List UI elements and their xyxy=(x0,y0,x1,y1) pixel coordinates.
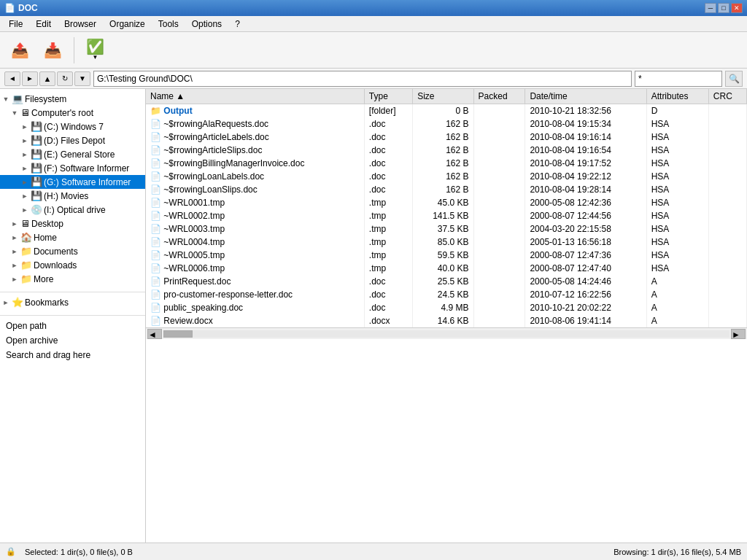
tree-documents[interactable]: ► 📁 Documents xyxy=(0,244,145,258)
table-row[interactable]: 📄 ~$rrowingAlaRequests.doc .doc 162 B 20… xyxy=(146,117,747,131)
expand-drive-d[interactable]: ► xyxy=(20,137,29,144)
file-crc-cell xyxy=(708,144,746,157)
table-row[interactable]: 📄 ~WRL0005.tmp .tmp 59.5 KB 2000-08-07 1… xyxy=(146,249,747,262)
tree-bookmarks[interactable]: ► ⭐ Bookmarks xyxy=(0,295,145,309)
filter-input[interactable] xyxy=(635,71,722,87)
tree-drive-d[interactable]: ► 💾 (D:) Files Depot xyxy=(0,133,145,147)
test-button[interactable]: ✅ ▼ xyxy=(81,36,109,64)
menu-tools[interactable]: Tools xyxy=(152,18,185,31)
table-row[interactable]: 📄 ~$rrowingLoanLabels.doc .doc 162 B 201… xyxy=(146,170,747,183)
file-crc-cell xyxy=(708,131,746,144)
open-archive-link[interactable]: Open archive xyxy=(0,333,145,348)
file-attributes-cell: A xyxy=(646,275,708,288)
table-row[interactable]: 📄 ~WRL0002.tmp .tmp 141.5 KB 2000-08-07 … xyxy=(146,209,747,222)
status-browsing: Browsing: 1 dir(s), 16 file(s), 5.4 MB xyxy=(614,548,741,556)
search-drag-link[interactable]: Search and drag here xyxy=(0,348,145,362)
expand-documents[interactable]: ► xyxy=(10,248,19,255)
file-datetime-cell: 2010-08-04 19:28:14 xyxy=(525,183,646,196)
drive-c-label: (C:) Windows 7 xyxy=(44,122,104,132)
file-packed-cell xyxy=(473,275,525,288)
tree-drive-e[interactable]: ► 💾 (E:) General Store xyxy=(0,147,145,161)
address-input[interactable] xyxy=(93,71,632,87)
file-type-cell: .tmp xyxy=(364,249,412,262)
search-button[interactable]: 🔍 xyxy=(725,71,743,87)
tree-more[interactable]: ► 📁 More xyxy=(0,272,145,286)
file-datetime-cell: 2000-05-08 12:42:36 xyxy=(525,196,646,209)
menu-browser[interactable]: Browser xyxy=(58,18,102,31)
menu-edit[interactable]: Edit xyxy=(30,18,57,31)
table-row[interactable]: 📄 pro-customer-response-letter.doc .doc … xyxy=(146,288,747,301)
col-name[interactable]: Name ▲ xyxy=(146,89,364,104)
minimize-button[interactable]: ─ xyxy=(705,3,716,13)
nav-back-button[interactable]: ◄ xyxy=(4,71,20,86)
file-packed-cell xyxy=(473,288,525,301)
table-row[interactable]: 📄 ~WRL0004.tmp .tmp 85.0 KB 2005-01-13 1… xyxy=(146,236,747,249)
table-row[interactable]: 📄 ~$rrowingArticleLabels.doc .doc 162 B … xyxy=(146,131,747,144)
table-row[interactable]: 📄 ~$rrowingArticleSlips.doc .doc 162 B 2… xyxy=(146,144,747,157)
computers-root-label: Computer's root xyxy=(31,108,93,118)
expand-downloads[interactable]: ► xyxy=(10,262,19,269)
file-name-cell: 📄 ~WRL0002.tmp xyxy=(146,209,364,222)
nav-forward-button[interactable]: ► xyxy=(22,71,38,86)
tree-drive-g[interactable]: ► 💾 (G:) Software Informer xyxy=(0,175,145,189)
tree-drive-i[interactable]: ► 💿 (I:) Optical drive xyxy=(0,203,145,217)
tree-downloads[interactable]: ► 📁 Downloads xyxy=(0,258,145,272)
tree-computers-root[interactable]: ▼ 🖥 Computer's root xyxy=(0,106,145,120)
col-attributes[interactable]: Attributes xyxy=(646,89,708,104)
file-list[interactable]: Name ▲ Type Size Packed Date/time Attrib… xyxy=(146,89,747,542)
sidebar: ▼ 💻 Filesystem ▼ 🖥 Computer's root ► 💾 (… xyxy=(0,89,146,542)
expand-drive-f[interactable]: ► xyxy=(20,165,29,172)
maximize-button[interactable]: □ xyxy=(718,3,729,13)
close-button[interactable]: ✕ xyxy=(731,3,743,13)
menu-organize[interactable]: Organize xyxy=(104,18,151,31)
expand-desktop[interactable]: ► xyxy=(10,220,19,228)
horizontal-scrollbar[interactable]: ◄ ► xyxy=(146,327,747,339)
extract-button[interactable]: 📥 xyxy=(39,39,67,61)
menu-help[interactable]: ? xyxy=(229,18,246,31)
file-packed-cell xyxy=(473,249,525,262)
menu-options[interactable]: Options xyxy=(186,18,228,31)
scroll-thumb[interactable] xyxy=(163,330,193,338)
expand-filesystem[interactable]: ▼ xyxy=(1,96,10,103)
col-size[interactable]: Size xyxy=(413,89,473,104)
file-name-cell: 📄 ~WRL0005.tmp xyxy=(146,249,364,262)
col-type[interactable]: Type xyxy=(364,89,412,104)
table-row[interactable]: 📄 ~$rrowingLoanSlips.doc .doc 162 B 2010… xyxy=(146,183,747,196)
table-row[interactable]: 📄 ~WRL0003.tmp .tmp 37.5 KB 2004-03-20 2… xyxy=(146,222,747,236)
expand-drive-i[interactable]: ► xyxy=(20,206,29,214)
menu-file[interactable]: File xyxy=(3,18,28,31)
expand-drive-h[interactable]: ► xyxy=(20,192,29,200)
tree-drive-f[interactable]: ► 💾 (F:) Software Informer xyxy=(0,161,145,175)
nav-dropdown-button[interactable]: ▼ xyxy=(74,71,90,86)
table-row[interactable]: 📄 ~$rrowingBillingManagerInvoice.doc .do… xyxy=(146,157,747,170)
table-row[interactable]: 📄 Review.docx .docx 14.6 KB 2010-08-06 1… xyxy=(146,314,747,327)
add-button[interactable]: 📤 xyxy=(6,39,34,61)
table-row[interactable]: 📄 ~WRL0001.tmp .tmp 45.0 KB 2000-05-08 1… xyxy=(146,196,747,209)
table-row[interactable]: 📄 public_speaking.doc .doc 4.9 MB 2010-1… xyxy=(146,301,747,314)
open-path-link[interactable]: Open path xyxy=(0,319,145,333)
scroll-left-button[interactable]: ◄ xyxy=(147,329,162,339)
table-row[interactable]: 📄 ~WRL0006.tmp .tmp 40.0 KB 2000-08-07 1… xyxy=(146,262,747,275)
tree-home[interactable]: ► 🏠 Home xyxy=(0,230,145,244)
file-attributes-cell: HSA xyxy=(646,170,708,183)
expand-bookmarks[interactable]: ► xyxy=(1,299,10,306)
tree-drive-c[interactable]: ► 💾 (C:) Windows 7 xyxy=(0,120,145,133)
table-row[interactable]: 📄 PrintRequest.doc .doc 25.5 KB 2000-05-… xyxy=(146,275,747,288)
table-row[interactable]: 📁 Output [folder] 0 B 2010-10-21 18:32:5… xyxy=(146,104,747,118)
file-name-cell: 📄 ~$rrowingArticleSlips.doc xyxy=(146,144,364,157)
expand-drive-c[interactable]: ► xyxy=(20,123,29,131)
scroll-right-button[interactable]: ► xyxy=(731,329,746,339)
expand-drive-g[interactable]: ► xyxy=(20,179,29,186)
expand-more[interactable]: ► xyxy=(10,276,19,283)
tree-drive-h[interactable]: ► 💾 (H:) Movies xyxy=(0,189,145,203)
tree-filesystem[interactable]: ▼ 💻 Filesystem xyxy=(0,92,145,106)
col-crc[interactable]: CRC xyxy=(708,89,746,104)
expand-drive-e[interactable]: ► xyxy=(20,151,29,158)
nav-up-button[interactable]: ▲ xyxy=(39,71,55,86)
expand-home[interactable]: ► xyxy=(10,234,19,241)
col-datetime[interactable]: Date/time xyxy=(525,89,646,104)
col-packed[interactable]: Packed xyxy=(473,89,525,104)
tree-desktop[interactable]: ► 🖥 Desktop xyxy=(0,217,145,230)
expand-computers-root[interactable]: ▼ xyxy=(10,109,19,117)
nav-refresh-button[interactable]: ↻ xyxy=(57,71,73,86)
